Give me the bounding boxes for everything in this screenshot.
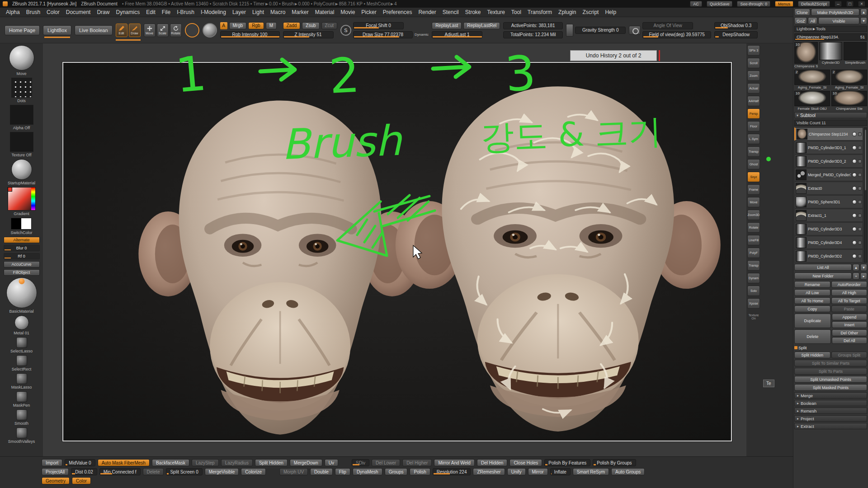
- obj-shadow-slider[interactable]: ObjShadow 0.3: [714, 22, 758, 29]
- shelf-item[interactable]: Dots: [11, 78, 32, 103]
- autoreorder-button[interactable]: AutoReorder: [831, 281, 868, 288]
- right-shelf-button[interactable]: Ghost: [747, 159, 760, 169]
- bottom-control[interactable]: Morph UV: [279, 468, 308, 475]
- palette-section-header[interactable]: ▸ Remesh: [794, 408, 867, 414]
- right-shelf-button[interactable]: Frame: [747, 184, 760, 195]
- all-low-button[interactable]: All Low: [794, 289, 830, 296]
- tool-thumbnail-item[interactable]: Cylinder3D: [819, 42, 842, 68]
- menu-item[interactable]: Preferences: [380, 8, 415, 17]
- right-shelf-button[interactable]: Zoom: [747, 70, 760, 81]
- right-shelf-button[interactable]: Transp: [747, 260, 760, 271]
- bottom-control[interactable]: Mirror And Weld: [434, 459, 475, 466]
- polypaint-toggle-icon[interactable]: [858, 214, 862, 217]
- shelf-item[interactable]: Alternate: [4, 237, 40, 243]
- menu-item[interactable]: Tool: [508, 8, 524, 17]
- menu-item[interactable]: Draw: [94, 8, 113, 17]
- new-folder-button[interactable]: New Folder: [794, 272, 852, 279]
- tool-thumbnail-item[interactable]: 2 Aging_Female_St: [794, 70, 830, 89]
- visibility-eye-icon[interactable]: [852, 254, 857, 258]
- menu-item[interactable]: Brush: [23, 8, 43, 17]
- polypaint-toggle-icon[interactable]: [858, 187, 862, 190]
- polypaint-toggle-icon[interactable]: [858, 227, 862, 231]
- shelf-item[interactable]: StartupMaterial: [8, 159, 35, 185]
- right-shelf-button[interactable]: Solo: [747, 286, 760, 296]
- bottom-control[interactable]: Polish By Features: [544, 459, 590, 466]
- palette-section-header[interactable]: ▸ Merge: [794, 392, 867, 399]
- visibility-eye-icon[interactable]: [852, 240, 857, 245]
- split-to-similar-parts-button[interactable]: Split To Similar Parts: [794, 360, 867, 366]
- bottom-control[interactable]: Split Screen 0: [166, 468, 202, 475]
- shelf-item[interactable]: BasicMaterial: [6, 277, 37, 314]
- subtool-section-header[interactable]: ▾ Subtool: [794, 112, 867, 118]
- bottom-control[interactable]: LazyRadius: [221, 459, 253, 466]
- visible-count-slider[interactable]: Visible Count 11: [794, 120, 867, 126]
- move-down-icon[interactable]: ▼: [860, 264, 867, 271]
- polypaint-toggle-icon[interactable]: [858, 200, 862, 204]
- rename-button[interactable]: Rename: [794, 281, 830, 288]
- shelf-item[interactable]: SelectRect: [12, 355, 32, 371]
- right-shelf-button[interactable]: Rotate: [747, 222, 760, 233]
- gravity-strength-slider[interactable]: Gravity Strength 0: [575, 27, 626, 34]
- edit-button[interactable]: Edit: [116, 23, 127, 37]
- bottom-control[interactable]: SDiv: [352, 459, 369, 466]
- right-shelf-button[interactable]: AAHalf: [747, 96, 760, 106]
- draw-size-slider[interactable]: Draw Size 77.02378: [353, 31, 413, 38]
- dynamic-toggle[interactable]: Dynamic: [415, 33, 429, 37]
- clone-button[interactable]: Clone: [794, 9, 810, 16]
- shelf-item[interactable]: MaskLasso: [11, 373, 32, 389]
- bottom-control[interactable]: Resolution 224: [433, 468, 471, 475]
- right-shelf-button[interactable]: Actual: [747, 83, 760, 94]
- bottom-control[interactable]: Min Connected f: [99, 468, 141, 475]
- polypaint-toggle-icon[interactable]: [858, 241, 862, 244]
- polypaint-toggle-icon[interactable]: [858, 160, 862, 163]
- del-other-button[interactable]: Del Other: [832, 329, 868, 336]
- tool-thumbnail-item[interactable]: 10 Chimpanzee Ste: [794, 42, 818, 68]
- shelf-item[interactable]: SelectLasso: [10, 337, 33, 353]
- subtool-item[interactable]: PM3D_Cylinder3D2: [794, 249, 863, 263]
- bottom-control[interactable]: Flip: [335, 468, 350, 475]
- menu-item[interactable]: I-Brush: [174, 8, 198, 17]
- goz-all-button[interactable]: All: [808, 17, 817, 24]
- shelf-item[interactable]: Metal 01: [14, 315, 29, 335]
- subtool-item[interactable]: Chimpanzee Step1234: [794, 127, 863, 141]
- add-icon[interactable]: +: [853, 272, 859, 280]
- bottom-control[interactable]: Inflate: [550, 468, 571, 475]
- right-shelf-button[interactable]: SPix 3: [747, 45, 760, 56]
- rotate-button[interactable]: Rotate: [170, 23, 182, 37]
- bottom-control[interactable]: Polish By Groups: [593, 459, 636, 466]
- right-shelf-button[interactable]: L.Sym: [747, 134, 760, 144]
- subtool-item[interactable]: PM3D_Sphere3D1: [794, 195, 863, 208]
- bottom-control[interactable]: Split Hidden: [255, 459, 288, 466]
- menu-item[interactable]: Transform: [524, 8, 555, 17]
- visibility-eye-icon[interactable]: [852, 186, 857, 191]
- z-intensity-slider[interactable]: Z Intensity 51: [283, 31, 334, 38]
- all-to-home-button[interactable]: All To Home: [794, 297, 830, 304]
- draw-button[interactable]: Draw: [129, 23, 141, 37]
- menu-item[interactable]: Stencil: [439, 8, 462, 17]
- zadd-button[interactable]: Zadd: [283, 22, 301, 29]
- menu-item[interactable]: Stroke: [462, 8, 484, 17]
- copy-button[interactable]: Copy: [794, 305, 830, 312]
- split-unmasked-points-button[interactable]: Split Unmasked Points: [794, 376, 867, 383]
- zcut-button[interactable]: Zcut: [321, 22, 337, 29]
- bottom-control[interactable]: Polish: [410, 468, 430, 475]
- shelf-item[interactable]: FillObject: [4, 269, 40, 276]
- current-tool-slider[interactable]: Chimpanzee Step1234. 51: [794, 33, 867, 41]
- palette-tab[interactable]: Color: [72, 477, 91, 484]
- right-shelf-button[interactable]: Dynam: [747, 273, 760, 283]
- bottom-control[interactable]: MidValue 0: [65, 459, 95, 466]
- bottom-control[interactable]: Colorize: [241, 468, 266, 475]
- bottom-control[interactable]: LazyStep: [192, 459, 219, 466]
- subtool-item[interactable]: PM3D_Cylinder3D4: [794, 236, 863, 249]
- adjust-last-slider[interactable]: AdjustLast 1: [432, 31, 482, 38]
- visibility-eye-icon[interactable]: [852, 159, 857, 164]
- m-button[interactable]: M: [266, 22, 277, 29]
- insert-button[interactable]: Insert: [832, 321, 868, 328]
- bottom-control[interactable]: Del Hidden: [477, 459, 507, 466]
- menu-item[interactable]: Macro: [267, 8, 288, 17]
- tool-thumbnail-item[interactable]: 2 Aging_Female_St: [831, 70, 867, 89]
- menu-item[interactable]: Render: [415, 8, 439, 17]
- append-button[interactable]: Append: [832, 314, 868, 320]
- menu-item[interactable]: Layer: [229, 8, 249, 17]
- shelf-item[interactable]: Rf 0: [4, 253, 40, 259]
